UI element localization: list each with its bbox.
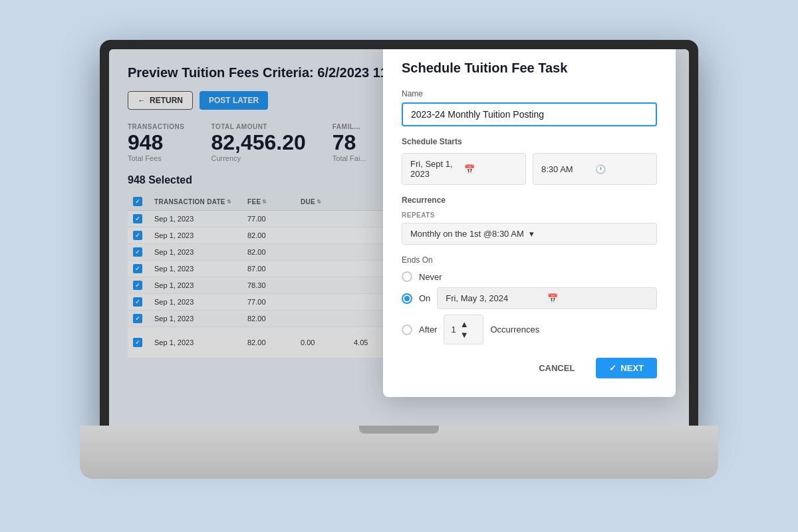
- never-label: Never: [419, 272, 442, 282]
- recurrence-section: Recurrence REPEATS Monthly on the 1st @8…: [402, 196, 657, 245]
- checkmark-icon: ✓: [609, 363, 616, 373]
- never-radio-row: Never: [402, 271, 657, 282]
- schedule-modal: Schedule Tuition Fee Task Name Schedule …: [383, 49, 676, 397]
- occurrences-input[interactable]: 1 ▲ ▼: [444, 315, 483, 344]
- schedule-starts-label: Schedule Starts: [402, 137, 657, 146]
- occurrences-value: 1: [451, 325, 456, 334]
- schedule-time-input[interactable]: 8:30 AM 🕐: [533, 153, 657, 185]
- on-radio[interactable]: [402, 293, 412, 304]
- repeats-select[interactable]: Monthly on the 1st @8:30 AM ▾: [402, 223, 657, 245]
- on-date-value: Fri, May 3, 2024: [446, 293, 547, 303]
- calendar-icon: 📅: [464, 164, 518, 174]
- laptop-base: [80, 426, 718, 479]
- recurrence-label: Recurrence: [402, 196, 657, 205]
- ends-on-section: Ends On Never On Fri, May 3, 2024: [402, 255, 657, 344]
- chevron-down-icon: ▾: [529, 229, 648, 239]
- schedule-time-value: 8:30 AM: [541, 164, 595, 174]
- name-label: Name: [402, 89, 657, 98]
- never-radio[interactable]: [402, 271, 412, 282]
- after-label: After: [419, 325, 437, 334]
- calendar-icon-2: 📅: [547, 293, 648, 303]
- schedule-starts-group: Schedule Starts Fri, Sept 1, 2023 📅 8:30…: [402, 137, 657, 185]
- cancel-button[interactable]: CANCEL: [525, 358, 588, 378]
- schedule-date-value: Fri, Sept 1, 2023: [410, 159, 464, 179]
- occurrences-label: Occurrences: [490, 325, 539, 334]
- repeats-value: Monthly on the 1st @8:30 AM: [410, 229, 529, 239]
- schedule-date-input[interactable]: Fri, Sept 1, 2023 📅: [402, 153, 526, 185]
- on-date-input[interactable]: Fri, May 3, 2024 📅: [437, 287, 657, 309]
- modal-overlay: Schedule Tuition Fee Task Name Schedule …: [109, 49, 689, 430]
- after-radio-row: After 1 ▲ ▼ Occurrences: [402, 315, 657, 344]
- next-button[interactable]: ✓ NEXT: [596, 358, 657, 378]
- repeats-label: REPEATS: [402, 211, 657, 219]
- on-label: On: [419, 293, 430, 303]
- spinner-arrows[interactable]: ▲ ▼: [460, 319, 469, 340]
- on-radio-row: On Fri, May 3, 2024 📅: [402, 287, 657, 309]
- modal-title: Schedule Tuition Fee Task: [402, 61, 657, 76]
- after-radio[interactable]: [402, 325, 412, 335]
- modal-footer: CANCEL ✓ NEXT: [402, 358, 657, 378]
- name-form-group: Name: [402, 89, 657, 126]
- name-input[interactable]: [402, 102, 657, 126]
- clock-icon: 🕐: [595, 164, 649, 174]
- date-time-row: Fri, Sept 1, 2023 📅 8:30 AM 🕐: [402, 153, 657, 185]
- ends-on-title: Ends On: [402, 255, 657, 265]
